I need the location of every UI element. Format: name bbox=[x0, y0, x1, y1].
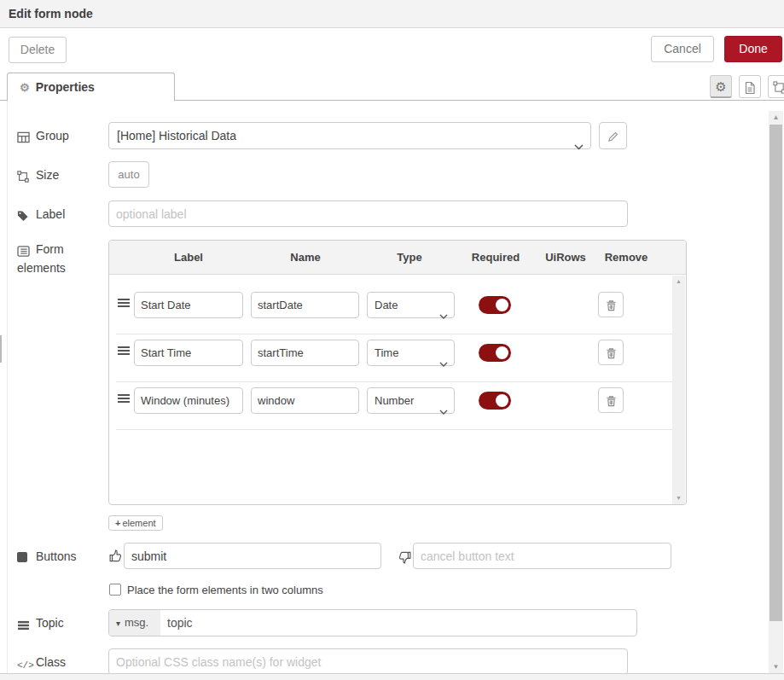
column-header-label: Label bbox=[174, 251, 203, 264]
plus-icon: + bbox=[115, 518, 120, 528]
row-name-input[interactable] bbox=[251, 292, 359, 318]
trash-icon bbox=[606, 347, 617, 359]
toggle-knob bbox=[496, 346, 508, 359]
column-header-remove: Remove bbox=[605, 251, 648, 264]
drag-handle-icon[interactable] bbox=[118, 394, 130, 406]
caret-down-icon: ▾ bbox=[116, 619, 120, 628]
row-separator bbox=[116, 381, 673, 382]
edit-form-node-dialog: Edit form node Delete Cancel Done ⚙Prope… bbox=[0, 0, 784, 680]
column-header-required: Required bbox=[472, 251, 520, 264]
topic-type-label: msg. bbox=[125, 616, 148, 629]
gear-icon: ⚙ bbox=[20, 81, 30, 94]
size-label: Size bbox=[17, 168, 59, 183]
required-toggle[interactable] bbox=[479, 296, 511, 314]
topic-type-dropdown[interactable]: ▾msg. bbox=[109, 610, 160, 636]
topic-value-input[interactable] bbox=[160, 610, 635, 636]
two-columns-label: Place the form elements in two columns bbox=[127, 584, 323, 596]
scroll-down-icon[interactable]: ▼ bbox=[769, 660, 783, 673]
form-element-row: Time bbox=[109, 340, 686, 366]
drag-handle-icon[interactable] bbox=[118, 299, 130, 311]
group-label: Group bbox=[17, 129, 69, 144]
group-select[interactable]: [Home] Historical Data bbox=[108, 122, 591, 149]
label-label: Label bbox=[17, 207, 65, 223]
class-input[interactable] bbox=[108, 648, 628, 675]
dialog-button-bar: Delete Cancel Done bbox=[0, 29, 784, 72]
form-element-row: Date bbox=[109, 292, 686, 318]
row-type-select[interactable]: Time bbox=[367, 340, 455, 366]
list-alt-icon bbox=[17, 242, 31, 259]
row-label-input[interactable] bbox=[134, 387, 243, 414]
dialog-footer-edge bbox=[0, 673, 784, 680]
topic-label: Topic bbox=[17, 616, 64, 631]
toggle-knob bbox=[496, 394, 508, 407]
tab-properties[interactable]: ⚙Properties bbox=[7, 73, 175, 102]
label-input[interactable] bbox=[108, 201, 628, 227]
cancel-button-text-input[interactable] bbox=[413, 543, 671, 569]
table-grid-icon bbox=[17, 131, 31, 144]
table-scrollbar[interactable]: ▲ ▼ bbox=[672, 276, 685, 504]
row-name-input[interactable] bbox=[251, 387, 359, 414]
chevron-down-icon bbox=[574, 133, 584, 159]
dialog-scrollbar[interactable]: ▲ ▼ bbox=[769, 111, 783, 673]
chevron-down-icon bbox=[439, 351, 448, 375]
column-header-type: Type bbox=[397, 251, 421, 264]
cancel-button[interactable]: Cancel bbox=[651, 36, 714, 62]
appearance-frame-button[interactable] bbox=[768, 75, 784, 98]
form-element-row: Number bbox=[109, 387, 686, 414]
gear-icon: ⚙ bbox=[715, 79, 726, 94]
thumbs-down-icon bbox=[398, 550, 412, 565]
class-label: </>Class bbox=[17, 655, 66, 671]
remove-row-button[interactable] bbox=[598, 292, 624, 317]
trash-icon bbox=[606, 299, 617, 311]
remove-row-button[interactable] bbox=[598, 387, 624, 413]
row-type-select[interactable]: Date bbox=[367, 292, 455, 318]
description-doc-button[interactable] bbox=[739, 75, 761, 98]
document-icon bbox=[744, 81, 756, 95]
required-toggle[interactable] bbox=[479, 344, 511, 362]
scrollbar-thumb[interactable] bbox=[769, 125, 782, 621]
settings-gear-button[interactable]: ⚙ bbox=[710, 75, 732, 98]
scroll-up-icon[interactable]: ▲ bbox=[672, 276, 685, 288]
row-label-input[interactable] bbox=[134, 292, 243, 318]
object-size-icon bbox=[17, 170, 31, 183]
scroll-up-icon[interactable]: ▲ bbox=[769, 111, 783, 124]
row-label-input[interactable] bbox=[134, 340, 243, 366]
dialog-title: Edit form node bbox=[0, 0, 784, 28]
row-name-input[interactable] bbox=[251, 340, 359, 366]
tab-properties-label: Properties bbox=[36, 80, 95, 94]
scroll-down-icon[interactable]: ▼ bbox=[672, 492, 685, 504]
add-element-button[interactable]: +element bbox=[108, 515, 163, 531]
properties-form: Group [Home] Historical Data Size auto L… bbox=[0, 101, 784, 680]
left-scrollbar-fragment bbox=[0, 335, 2, 363]
form-elements-table-header: Label Name Type Required UiRows Remove bbox=[109, 241, 686, 275]
column-header-name: Name bbox=[290, 251, 320, 264]
list-bars-icon bbox=[17, 618, 31, 631]
group-edit-button[interactable] bbox=[599, 122, 627, 149]
toggle-knob bbox=[496, 299, 508, 311]
button-square-icon bbox=[17, 551, 31, 565]
object-frame-icon bbox=[773, 81, 784, 94]
remove-row-button[interactable] bbox=[598, 340, 624, 365]
delete-button[interactable]: Delete bbox=[9, 37, 67, 63]
group-select-value: [Home] Historical Data bbox=[117, 129, 236, 142]
code-icon: </> bbox=[17, 660, 31, 671]
form-elements-label: Form elements bbox=[17, 241, 66, 276]
form-elements-table: Label Name Type Required UiRows Remove D… bbox=[108, 240, 687, 505]
size-auto-button[interactable]: auto bbox=[108, 161, 149, 188]
done-button[interactable]: Done bbox=[724, 36, 782, 62]
column-header-uirows: UiRows bbox=[545, 251, 586, 264]
required-toggle[interactable] bbox=[479, 392, 511, 410]
row-type-select[interactable]: Number bbox=[367, 387, 455, 414]
drag-handle-icon[interactable] bbox=[118, 346, 130, 358]
submit-button-text-input[interactable] bbox=[124, 543, 381, 569]
thumbs-up-icon bbox=[108, 549, 123, 563]
tab-bar: ⚙Properties ⚙ bbox=[0, 72, 784, 101]
trash-icon bbox=[606, 395, 617, 407]
pencil-icon bbox=[607, 131, 618, 142]
topic-typed-input: ▾msg. bbox=[108, 609, 637, 636]
chevron-down-icon bbox=[439, 303, 448, 328]
two-columns-checkbox[interactable] bbox=[109, 584, 121, 596]
row-separator bbox=[116, 334, 673, 334]
tag-icon bbox=[17, 209, 31, 223]
row-separator bbox=[116, 429, 673, 430]
